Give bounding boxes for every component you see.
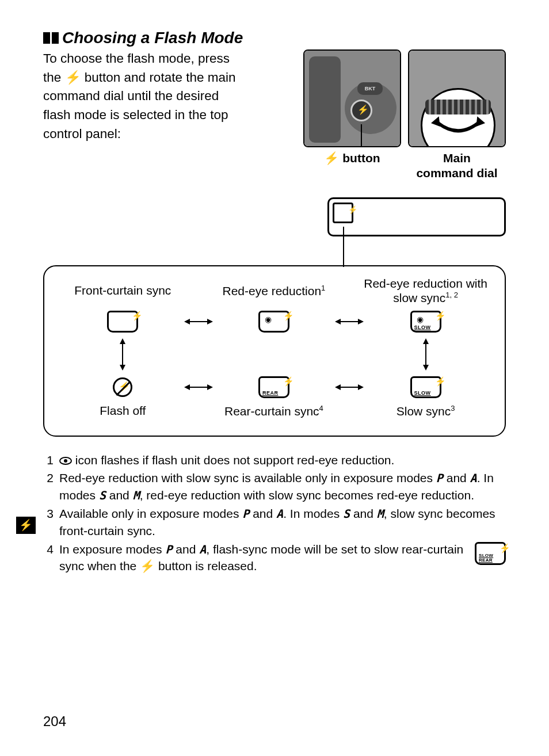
eye-icon [59, 457, 72, 465]
rotate-arrow-icon [430, 115, 486, 138]
side-tab-flash-icon: ⚡ [16, 517, 36, 534]
icon-redeye-slow: ◉⚡SLOW [410, 311, 441, 333]
label-rear-curtain: Rear-curtain sync4 [224, 404, 323, 418]
icon-redeye: ◉⚡ [258, 311, 289, 333]
flash-icon: ⚡ [140, 559, 155, 572]
heading-bullet-icon [43, 32, 59, 44]
svg-marker-1 [476, 116, 485, 127]
footnote-number: 3 [43, 505, 54, 540]
label-redeye: Red-eye reduction1 [222, 284, 325, 298]
label-flash-off: Flash off [100, 404, 146, 418]
icon-slow-rear: ⚡ SLOW REAR [475, 542, 506, 565]
camera-flash-button-icon [350, 100, 372, 121]
double-arrow-icon [335, 317, 364, 326]
page-number: 204 [43, 713, 66, 730]
figure1-caption: ⚡ button [324, 151, 380, 166]
footnote-number: 2 [43, 469, 54, 504]
intro-paragraph: To choose the flash mode, press the ⚡ bu… [43, 49, 292, 181]
footnote-4: ⚡ SLOW REAR In exposure modes P and A, f… [59, 541, 506, 575]
double-arrow-icon [184, 317, 213, 326]
svg-marker-3 [184, 319, 190, 324]
icon-flash-off [113, 377, 132, 397]
svg-marker-19 [358, 384, 364, 390]
footnote-2: Red-eye reduction with slow sync is avai… [59, 469, 506, 504]
svg-marker-12 [423, 338, 429, 344]
svg-marker-10 [120, 365, 125, 371]
svg-marker-4 [207, 319, 213, 324]
icon-front-curtain: ⚡ [107, 311, 138, 333]
bkt-label: BKT [357, 82, 383, 95]
figure-command-dial [408, 49, 506, 147]
figure-flash-button: BKT [303, 49, 401, 147]
double-arrow-icon [335, 383, 364, 392]
svg-marker-15 [184, 384, 190, 390]
svg-marker-0 [431, 116, 440, 127]
footnote-1: icon flashes if flash unit does not supp… [59, 452, 506, 469]
footnotes: 1 icon flashes if flash unit does not su… [43, 452, 506, 575]
svg-marker-7 [358, 319, 364, 324]
label-slow-sync: Slow sync3 [396, 404, 455, 418]
icon-slow-sync: ⚡SLOW [410, 376, 441, 398]
flash-icon: ⚡ [324, 151, 339, 165]
svg-marker-13 [423, 365, 429, 371]
svg-marker-9 [120, 338, 125, 344]
svg-marker-16 [207, 384, 213, 390]
label-front-curtain: Front-curtain sync [74, 284, 171, 297]
icon-rear-curtain: ⚡REAR [258, 376, 289, 398]
flash-mode-diagram: Front-curtain sync Red-eye reduction1 Re… [43, 265, 506, 437]
svg-marker-18 [335, 384, 341, 390]
footnote-3: Available only in exposure modes P and A… [59, 505, 506, 540]
double-arrow-vertical-icon [421, 338, 430, 371]
heading-text: Choosing a Flash Mode [62, 29, 243, 47]
footnote-number: 4 [43, 541, 54, 575]
svg-marker-6 [335, 319, 341, 324]
footnote-number: 1 [43, 452, 54, 469]
section-heading: Choosing a Flash Mode [43, 29, 506, 47]
lcd-flash-indicator-icon [333, 203, 353, 223]
flash-icon: ⚡ [65, 70, 81, 85]
label-redeye-slow: Red-eye reduction withslow sync1, 2 [364, 277, 487, 305]
double-arrow-vertical-icon [118, 338, 127, 371]
double-arrow-icon [184, 383, 213, 392]
figure2-caption: Maincommand dial [416, 151, 497, 181]
top-lcd-illustration [327, 197, 506, 236]
